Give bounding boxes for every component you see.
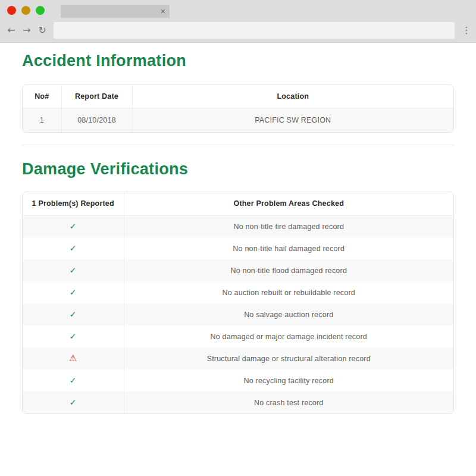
check-icon: ✓	[70, 243, 77, 253]
check-icon: ✓	[70, 331, 77, 341]
status-cell: ✓	[23, 237, 124, 259]
accident-section-title: Accident Information	[22, 52, 454, 70]
problem-area-label: No salvage auction record	[124, 303, 453, 325]
status-cell: ✓	[23, 325, 124, 347]
status-cell: ✓	[23, 369, 124, 392]
browser-chrome: × ← → ↻ ⋮	[0, 0, 476, 43]
browser-menu-icon[interactable]: ⋮	[459, 25, 474, 36]
address-bar[interactable]	[54, 22, 455, 39]
status-cell: ✓	[23, 392, 124, 414]
damage-table: 1 Problem(s) Reported Other Problem Area…	[22, 192, 454, 414]
section-divider	[22, 145, 454, 145]
accident-table-row: 1 08/10/2018 PACIFIC SW REGION	[23, 108, 453, 133]
column-header-location: Location	[132, 85, 453, 108]
column-header-report-date: Report Date	[61, 85, 132, 108]
tab-close-icon[interactable]: ×	[161, 7, 165, 15]
problem-area-label: No non-title fire damaged record	[124, 215, 453, 238]
reload-icon[interactable]: ↻	[35, 26, 50, 35]
status-cell: ✓	[23, 259, 124, 281]
problem-area-label: No crash test record	[124, 392, 453, 414]
table-row: ✓ No non-title flood damaged record	[23, 259, 453, 281]
problem-area-label: No damaged or major damage incident reco…	[124, 325, 453, 347]
table-row: ✓ No crash test record	[23, 392, 453, 414]
report-page: Accident Information No# Report Date Loc…	[0, 43, 476, 476]
damage-section-title: Damage Verifications	[22, 160, 454, 178]
accident-location-cell: PACIFIC SW REGION	[132, 108, 453, 133]
check-icon: ✓	[70, 265, 77, 275]
problem-area-label: No non-title flood damaged record	[124, 259, 453, 281]
problem-area-label: No auction rebuilt or rebuildable record	[124, 281, 453, 303]
status-cell: ✓	[23, 303, 124, 325]
column-header-problems-reported: 1 Problem(s) Reported	[23, 192, 124, 215]
column-header-other-areas: Other Problem Areas Checked	[124, 192, 453, 215]
check-icon: ✓	[70, 375, 77, 385]
accident-table: No# Report Date Location 1 08/10/2018 PA…	[22, 84, 454, 133]
column-header-no: No#	[23, 85, 61, 108]
warning-icon: ⚠	[69, 353, 77, 364]
status-cell: ✓	[23, 281, 124, 303]
accident-no-cell: 1	[23, 108, 61, 133]
window-close-button[interactable]	[7, 6, 16, 15]
browser-toolbar: ← → ↻ ⋮	[0, 18, 476, 43]
window-zoom-button[interactable]	[36, 6, 45, 15]
check-icon: ✓	[70, 221, 77, 231]
forward-icon[interactable]: →	[19, 26, 35, 35]
status-cell: ✓	[23, 215, 124, 238]
table-row: ✓ No salvage auction record	[23, 303, 453, 325]
table-row: ✓ No non-title hail damaged record	[23, 237, 453, 259]
window-controls	[7, 6, 45, 15]
check-icon: ✓	[70, 397, 77, 407]
problem-area-label: No non-title hail damaged record	[124, 237, 453, 259]
accident-date-cell: 08/10/2018	[61, 108, 132, 133]
table-row: ⚠ Structural damage or structural altera…	[23, 347, 453, 369]
table-row: ✓ No auction rebuilt or rebuildable reco…	[23, 281, 453, 303]
problem-area-label: No recycling facility record	[124, 369, 453, 392]
accident-table-header-row: No# Report Date Location	[23, 85, 453, 108]
table-row: ✓ No recycling facility record	[23, 369, 453, 392]
check-icon: ✓	[70, 287, 77, 297]
window-minimize-button[interactable]	[21, 6, 30, 15]
problem-area-label: Structural damage or structural alterati…	[124, 347, 453, 369]
table-row: ✓ No non-title fire damaged record	[23, 215, 453, 238]
browser-tab[interactable]: ×	[61, 5, 170, 18]
damage-table-header-row: 1 Problem(s) Reported Other Problem Area…	[23, 192, 453, 215]
status-cell: ⚠	[23, 347, 124, 369]
table-row: ✓ No damaged or major damage incident re…	[23, 325, 453, 347]
back-icon[interactable]: ←	[4, 26, 19, 35]
check-icon: ✓	[70, 309, 77, 319]
